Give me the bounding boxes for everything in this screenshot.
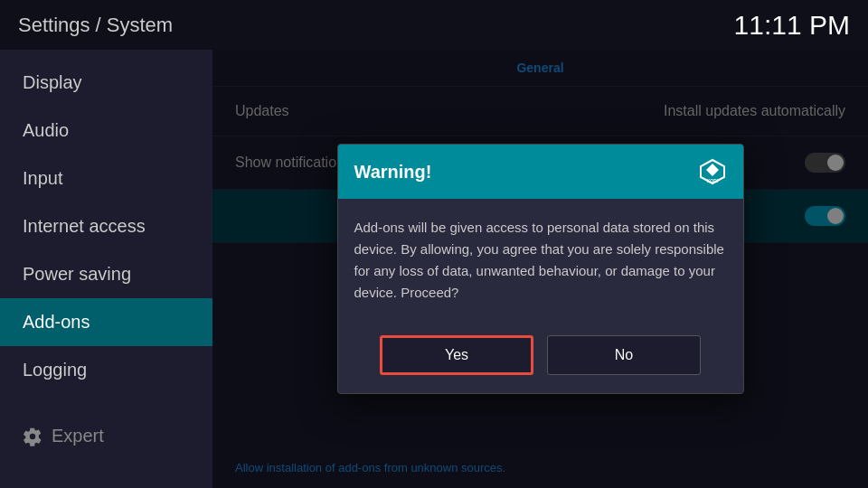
modal-yes-button[interactable]: Yes: [380, 335, 533, 375]
sidebar-item-expert[interactable]: Expert: [0, 412, 212, 460]
kodi-logo: KODI: [698, 157, 727, 186]
layout: Display Audio Input Internet access Powe…: [0, 50, 868, 488]
sidebar-item-power-saving[interactable]: Power saving: [0, 250, 212, 298]
header: Settings / System 11:11 PM: [0, 0, 868, 50]
kodi-icon: KODI: [699, 158, 726, 185]
sidebar-item-audio[interactable]: Audio: [0, 107, 212, 155]
sidebar-item-input[interactable]: Input: [0, 155, 212, 202]
sidebar: Display Audio Input Internet access Powe…: [0, 50, 212, 488]
sidebar-item-display[interactable]: Display: [0, 59, 212, 107]
modal-body-text: Add-ons will be given access to personal…: [354, 220, 724, 300]
page-title: Settings / System: [18, 14, 173, 37]
modal-footer: Yes No: [338, 322, 743, 393]
sidebar-expert-label: Expert: [52, 426, 104, 446]
modal-no-button[interactable]: No: [547, 335, 701, 375]
svg-marker-1: [706, 164, 719, 176]
modal-overlay: Warning! KODI Add-ons will be given acce…: [212, 50, 868, 488]
sidebar-item-internet-access[interactable]: Internet access: [0, 202, 212, 250]
modal-body: Add-ons will be given access to personal…: [338, 199, 743, 322]
modal-title: Warning!: [354, 162, 432, 183]
svg-text:KODI: KODI: [706, 178, 718, 183]
header-time: 11:11 PM: [734, 10, 850, 41]
main-content: General Updates Install updates automati…: [212, 50, 868, 488]
gear-icon: [23, 427, 42, 446]
sidebar-item-add-ons[interactable]: Add-ons: [0, 298, 212, 346]
modal-header: Warning! KODI: [338, 145, 743, 199]
warning-modal: Warning! KODI Add-ons will be given acce…: [337, 144, 744, 394]
sidebar-item-logging[interactable]: Logging: [0, 346, 212, 394]
